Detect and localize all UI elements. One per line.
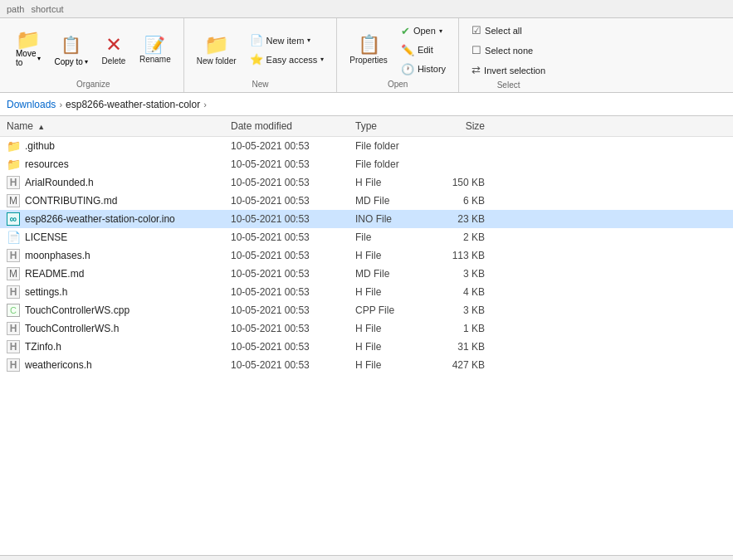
table-row[interactable]: H settings.h 10-05-2021 00:53 H File 4 K… [0,283,733,301]
select-none-button[interactable]: ☐ Select none [466,41,551,59]
move-to-label: Moveto [16,49,36,67]
file-list-container: Name ▲ Date modified Type Size 📁 .github… [0,116,733,555]
breadcrumb-sep1: › [59,100,62,110]
file-name: CONTRIBUTING.md [25,195,117,207]
delete-icon: ✕ [105,33,122,56]
table-row[interactable]: 📁 .github 10-05-2021 00:53 File folder [0,137,733,155]
file-name-cell: H ArialRounded.h [0,174,224,191]
file-date-cell: 10-05-2021 00:53 [224,139,349,153]
invert-selection-button[interactable]: ⇄ Invert selection [466,61,551,79]
quick-access-shortcut: shortcut [31,4,63,14]
easy-access-icon: ⭐ [250,53,263,66]
file-date-cell: 10-05-2021 00:53 [224,157,349,172]
col-header-size[interactable]: Size [432,118,498,134]
col-header-date[interactable]: Date modified [224,118,349,134]
delete-label: Delete [101,56,125,66]
move-to-button[interactable]: 📁 Moveto ▾ [10,29,46,71]
history-button[interactable]: 🕐 History [395,61,452,78]
file-date-cell: 10-05-2021 00:53 [224,303,349,318]
table-row[interactable]: H ArialRounded.h 10-05-2021 00:53 H File… [0,173,733,192]
table-row[interactable]: H weathericons.h 10-05-2021 00:53 H File… [0,356,733,374]
file-name: resources [25,158,69,170]
h-file-icon: H [7,358,20,372]
quick-access-bar: path shortcut [0,0,733,18]
file-size-cell: 2 KB [432,230,498,245]
invert-selection-label: Invert selection [484,66,545,75]
h-file-icon: H [7,322,20,335]
properties-button[interactable]: 📋 Properties [344,30,393,70]
file-type-cell: File folder [349,157,432,172]
easy-access-button[interactable]: ⭐ Easy access ▾ [244,51,330,68]
new-item-icon: 📄 [250,34,263,46]
table-row[interactable]: M CONTRIBUTING.md 10-05-2021 00:53 MD Fi… [0,192,733,210]
col-date-label: Date modified [231,120,292,132]
edit-label: Edit [418,45,433,55]
open-label: Open [413,26,436,36]
delete-button[interactable]: ✕ Delete [95,29,132,71]
new-item-arrow: ▾ [307,37,310,44]
open-group-label: Open [344,78,452,89]
ribbon-group-organize: 📁 Moveto ▾ 📋 Copy to ▾ ✕ De [3,18,184,92]
table-row[interactable]: M README.md 10-05-2021 00:53 MD File 3 K… [0,265,733,283]
file-date-cell: 10-05-2021 00:53 [224,212,349,226]
history-label: History [418,64,446,74]
file-name-cell: 📁 .github [0,138,224,154]
table-row[interactable]: ∞ esp8266-weather-station-color.ino 10-0… [0,210,733,228]
file-type-cell: H File [349,321,432,336]
file-type-cell: CPP File [349,303,432,318]
file-type-cell: H File [349,248,432,263]
file-date-cell: 10-05-2021 00:53 [224,321,349,336]
new-item-button[interactable]: 📄 New item ▾ [244,32,330,49]
h-file-icon: H [7,285,20,299]
col-header-type[interactable]: Type [349,118,432,134]
copy-to-label-area[interactable]: Copy to ▾ [48,57,93,70]
table-row[interactable]: C TouchControllerWS.cpp 10-05-2021 00:53… [0,301,733,319]
col-header-name[interactable]: Name ▲ [0,118,224,134]
file-size-cell: 1 KB [432,321,498,336]
edit-button[interactable]: ✏️ Edit [395,41,452,59]
table-row[interactable]: H TZinfo.h 10-05-2021 00:53 H File 31 KB [0,338,733,356]
breadcrumb-downloads[interactable]: Downloads [7,99,56,110]
file-type-cell: MD File [349,266,432,281]
file-size-cell [432,163,498,166]
address-bar: Downloads › esp8266-weather-station-colo… [0,93,733,116]
new-folder-button[interactable]: 📁 New folder [191,29,242,71]
file-type-cell: File folder [349,139,432,153]
organize-group-label: Organize [10,78,177,89]
breadcrumb-current[interactable]: esp8266-weather-station-color [66,99,200,110]
file-type-cell: H File [349,285,432,299]
table-row[interactable]: 📄 LICENSE 10-05-2021 00:53 File 2 KB [0,228,733,246]
move-to-label-area[interactable]: Moveto ▾ [10,49,46,71]
folder-icon: 📁 [7,158,20,171]
col-type-label: Type [355,120,377,132]
file-type-cell: MD File [349,193,432,208]
col-size-label: Size [466,120,485,132]
history-icon: 🕐 [401,63,414,75]
file-size-cell: 113 KB [432,248,498,263]
rename-button[interactable]: 📝 Rename [134,31,177,69]
select-none-icon: ☐ [472,44,481,56]
new-folder-label: New folder [197,56,237,66]
table-row[interactable]: H TouchControllerWS.h 10-05-2021 00:53 H… [0,319,733,338]
ribbon-group-new: 📁 New folder 📄 New item ▾ ⭐ Easy access … [184,18,338,92]
ino-file-icon: ∞ [7,212,20,226]
edit-icon: ✏️ [401,44,414,56]
copy-to-icon: 📋 [61,35,81,55]
organize-buttons: 📁 Moveto ▾ 📋 Copy to ▾ ✕ De [10,22,177,78]
select-buttons: ☑ Select all ☐ Select none ⇄ Invert sele… [466,22,551,79]
table-row[interactable]: H moonphases.h 10-05-2021 00:53 H File 1… [0,246,733,265]
sort-arrow: ▲ [37,123,45,131]
select-all-icon: ☑ [472,24,481,37]
open-arrow: ▾ [439,27,442,35]
file-type-cell: INO File [349,212,432,226]
select-none-label: Select none [485,46,533,56]
select-all-button[interactable]: ☑ Select all [466,22,551,39]
open-button[interactable]: ✔ Open ▾ [395,22,452,40]
file-type-cell: H File [349,339,432,354]
file-name: README.md [25,268,84,280]
copy-to-button[interactable]: 📋 Copy to ▾ [48,31,93,70]
table-row[interactable]: 📁 resources 10-05-2021 00:53 File folder [0,155,733,173]
select-all-label: Select all [485,26,522,36]
file-name-cell: M CONTRIBUTING.md [0,192,224,209]
h-file-icon: H [7,249,20,262]
